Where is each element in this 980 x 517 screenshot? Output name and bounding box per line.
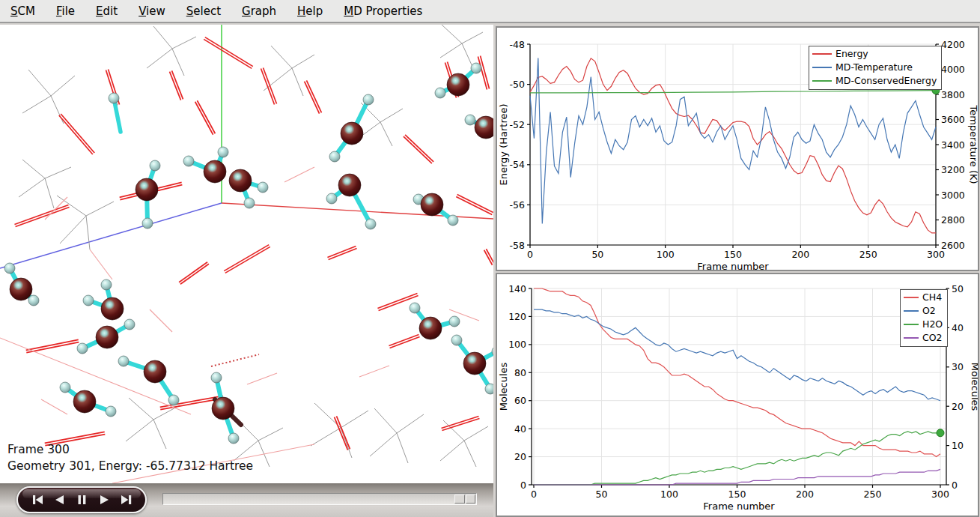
water-molecule bbox=[83, 279, 124, 320]
frame-slider[interactable] bbox=[162, 493, 477, 505]
o2-molecule-faint bbox=[41, 399, 67, 414]
water-molecule bbox=[77, 319, 135, 354]
svg-text:0: 0 bbox=[527, 249, 533, 260]
ch4-wireframe bbox=[440, 25, 483, 68]
player-bar bbox=[0, 483, 493, 517]
svg-text:50: 50 bbox=[596, 489, 608, 500]
o2-molecule bbox=[456, 195, 493, 215]
menu-graph[interactable]: Graph bbox=[242, 4, 276, 18]
hydrogen-bond bbox=[211, 354, 259, 366]
o2-molecule bbox=[26, 339, 79, 352]
energy-temperature-chart-panel: 050100150200250300-58-56-54-52-50-482600… bbox=[496, 26, 979, 271]
frame-status: Frame 300 Geometry 301, Energy: -65.7731… bbox=[7, 441, 253, 474]
svg-text:140: 140 bbox=[508, 283, 526, 294]
ch4-wireframe bbox=[440, 420, 488, 467]
water-molecule bbox=[211, 372, 239, 444]
svg-text:120: 120 bbox=[508, 311, 526, 322]
legend-label: MD-ConservedEnergy bbox=[836, 74, 937, 88]
play-icon bbox=[97, 494, 112, 506]
svg-text:20: 20 bbox=[514, 451, 526, 462]
menu-file[interactable]: File bbox=[56, 4, 75, 18]
o2-molecule-faint bbox=[247, 373, 277, 384]
legend-entry-h2o: H2O bbox=[904, 318, 943, 331]
menu-edit[interactable]: Edit bbox=[96, 4, 118, 18]
o2-molecule bbox=[170, 70, 183, 100]
svg-text:40: 40 bbox=[952, 322, 964, 333]
svg-text:Molecules: Molecules bbox=[970, 363, 978, 411]
svg-text:Molecules: Molecules bbox=[498, 363, 509, 411]
water-molecule bbox=[326, 174, 376, 229]
water-molecule bbox=[229, 169, 268, 208]
ch4-wireframe bbox=[57, 196, 114, 250]
play-button[interactable] bbox=[97, 493, 112, 507]
ch4-wireframe bbox=[147, 26, 196, 76]
o2-molecule bbox=[478, 56, 489, 90]
o2-molecule-faint bbox=[150, 309, 172, 332]
menu-view[interactable]: View bbox=[139, 4, 165, 18]
menu-scm[interactable]: SCM bbox=[10, 4, 35, 18]
svg-text:-52: -52 bbox=[510, 119, 525, 130]
svg-text:50: 50 bbox=[591, 249, 603, 260]
svg-text:Temperature (K): Temperature (K) bbox=[968, 104, 978, 184]
svg-text:10: 10 bbox=[952, 440, 964, 451]
o2-molecule-faint bbox=[45, 197, 67, 220]
water-molecule bbox=[465, 115, 493, 139]
pause-button[interactable] bbox=[74, 493, 89, 507]
svg-text:50: 50 bbox=[952, 283, 964, 294]
o2-molecule bbox=[335, 416, 350, 450]
step-backward-icon bbox=[52, 494, 67, 506]
o2-molecule-faint bbox=[90, 250, 112, 279]
frame-status-line1: Frame 300 bbox=[7, 441, 253, 458]
molecules-chart-panel: 0501001502002503000204060801001201400102… bbox=[496, 273, 979, 517]
svg-text:-58: -58 bbox=[510, 240, 525, 251]
o2-molecule bbox=[442, 416, 480, 430]
legend-swatch-h2o bbox=[904, 324, 919, 326]
legend-entry-energy: Energy bbox=[812, 47, 937, 61]
legend-entry-md-temperature: MD-Temperature bbox=[812, 61, 937, 74]
svg-text:Energy (Hartree): Energy (Hartree) bbox=[498, 103, 509, 185]
current-frame-marker[interactable] bbox=[937, 429, 944, 437]
legend-label: H2O bbox=[922, 318, 943, 331]
legend-swatch-co2 bbox=[904, 337, 919, 339]
svg-text:0: 0 bbox=[531, 489, 537, 500]
skip-to-start-button[interactable] bbox=[29, 493, 44, 507]
svg-text:-54: -54 bbox=[510, 159, 525, 170]
skip-to-end-button[interactable] bbox=[119, 493, 134, 507]
svg-text:4200: 4200 bbox=[941, 39, 965, 50]
svg-text:150: 150 bbox=[728, 489, 746, 500]
menu-md-properties[interactable]: MD Properties bbox=[344, 4, 422, 18]
o2-molecule bbox=[14, 205, 69, 226]
o2-molecule-faint bbox=[359, 366, 389, 377]
legend-entry-co2: CO2 bbox=[904, 331, 943, 345]
o2-molecule bbox=[59, 114, 94, 154]
water-molecule bbox=[413, 193, 458, 226]
svg-text:3400: 3400 bbox=[941, 139, 965, 151]
svg-text:250: 250 bbox=[859, 249, 877, 260]
svg-text:0: 0 bbox=[520, 480, 526, 491]
ch4-wireframe bbox=[370, 408, 424, 463]
svg-text:200: 200 bbox=[796, 489, 814, 500]
svg-text:Frame number: Frame number bbox=[697, 261, 769, 270]
water-molecule bbox=[183, 147, 228, 183]
menu-select[interactable]: Select bbox=[186, 4, 221, 18]
svg-text:250: 250 bbox=[864, 489, 882, 500]
water-molecule bbox=[4, 263, 39, 306]
svg-text:20: 20 bbox=[952, 401, 964, 412]
step-backward-button[interactable] bbox=[52, 493, 67, 507]
legend-entry-ch4: CH4 bbox=[904, 291, 943, 304]
svg-text:3200: 3200 bbox=[941, 164, 965, 175]
molecule-viewer[interactable]: Frame 300 Geometry 301, Energy: -65.7731… bbox=[0, 25, 493, 483]
molecule-scene[interactable] bbox=[0, 25, 493, 483]
frame-slider-handle[interactable] bbox=[454, 495, 475, 504]
svg-text:100: 100 bbox=[508, 339, 526, 350]
svg-text:2800: 2800 bbox=[941, 214, 965, 226]
svg-text:100: 100 bbox=[660, 489, 678, 500]
svg-text:100: 100 bbox=[657, 249, 675, 260]
water-molecule bbox=[60, 382, 116, 417]
svg-text:60: 60 bbox=[514, 395, 526, 406]
pause-icon bbox=[75, 494, 89, 506]
menu-help[interactable]: Help bbox=[297, 4, 323, 18]
ch4-wireframe bbox=[22, 70, 75, 124]
legend-swatch-md-temperature bbox=[812, 67, 832, 69]
playback-controls bbox=[16, 486, 147, 513]
